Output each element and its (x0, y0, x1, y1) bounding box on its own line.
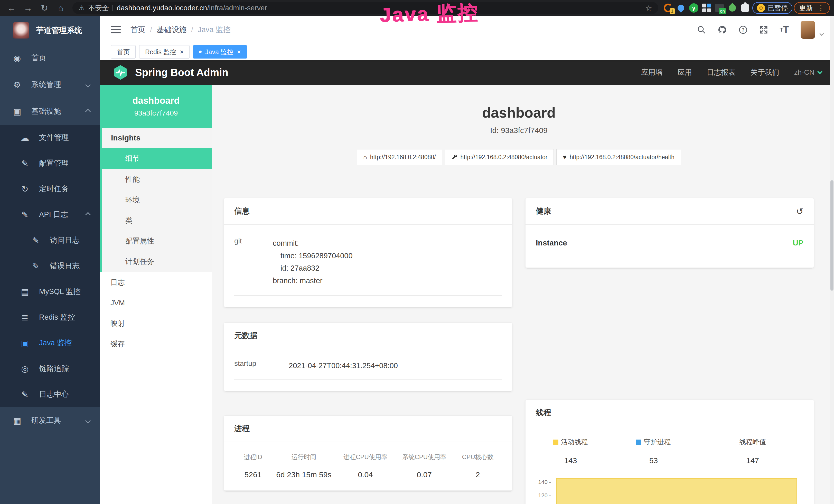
reload-icon[interactable]: ↻ (37, 4, 52, 12)
sidebar-item-scheduled-jobs[interactable]: ↻ 定时任务 (0, 176, 100, 202)
extensions-puzzle-icon[interactable] (740, 2, 751, 14)
sba-menu-classes[interactable]: 类 (102, 210, 212, 231)
app-logo-row[interactable]: 芋道管理系统 (0, 16, 100, 45)
github-icon[interactable] (718, 25, 727, 35)
scrollbar-thumb[interactable] (830, 180, 833, 291)
extension-grid-icon[interactable] (701, 2, 712, 14)
service-url-chip[interactable]: ⌂ http://192.168.0.2:48080/ (357, 149, 442, 165)
sidebar-item-infrastructure[interactable]: ▣ 基础设施 (0, 98, 100, 125)
instance-links: ⌂ http://192.168.0.2:48080/ http://192.1… (224, 149, 814, 165)
tab-home[interactable]: 首页 (111, 45, 136, 59)
sidebar-item-dev-tools[interactable]: ▦ 研发工具 (0, 407, 100, 434)
sidebar-item-api-logs[interactable]: ✎ API 日志 (0, 202, 100, 228)
sba-menu-mappings[interactable]: 映射 (100, 313, 212, 334)
cards-left-column: 信息 git commit: time: 1596289704000 id: 2… (224, 198, 512, 504)
threads-card: 线程 活动线程 守护进程 (525, 399, 814, 504)
search-icon[interactable] (697, 25, 706, 34)
sidebar-item-java-monitor[interactable]: ▣ Java 监控 (0, 330, 100, 356)
instance-header[interactable]: dashboard 93a3fc7f7409 (100, 85, 212, 128)
process-table: 进程ID 运行时间 进程CPU使用率 系统CPU使用率 CPU核心数 5261 … (234, 453, 502, 479)
sidebar-item-label: 研发工具 (31, 415, 61, 426)
legend-yellow-swatch (553, 439, 558, 445)
sba-nav-wallboard[interactable]: 应用墙 (641, 68, 663, 77)
avatar-caret-icon[interactable] (820, 31, 824, 36)
sba-menu-jvm[interactable]: JVM (100, 293, 212, 313)
browser-menu-kebab-icon[interactable]: ⋮ (817, 4, 825, 12)
omnibox-divider (112, 5, 113, 11)
health-url-chip[interactable]: ♥ http://192.168.0.2:48080/actuator/heal… (556, 149, 681, 165)
status-badge: UP (793, 238, 804, 247)
sidebar-item-tracing[interactable]: ◎ 链路追踪 (0, 356, 100, 382)
sidebar-item-error-logs[interactable]: ✎ 错误日志 (0, 253, 100, 279)
sidebar-item-mysql-monitor[interactable]: ▤ MySQL 监控 (0, 279, 100, 304)
forward-icon[interactable]: → (21, 4, 36, 12)
sidebar-item-config-mgmt[interactable]: ✎ 配置管理 (0, 151, 100, 176)
sba-locale-select[interactable]: zh-CN (794, 68, 822, 76)
home-icon: ⌂ (363, 154, 367, 161)
history-icon[interactable]: ↺ (796, 206, 804, 216)
extension-leaf-icon[interactable] (727, 2, 738, 14)
legend-label: 活动线程 (561, 437, 588, 446)
sba-nav-applications[interactable]: 应用 (678, 68, 692, 77)
process-pid-value: 5261 (234, 471, 272, 479)
sba-menu-caches[interactable]: 缓存 (100, 334, 212, 354)
svg-text:?: ? (742, 27, 744, 32)
extension-switch-icon[interactable]: on (714, 2, 725, 14)
sidebar-item-redis-monitor[interactable]: ≣ Redis 监控 (0, 304, 100, 330)
header-actions: ? TT (697, 21, 823, 39)
sidebar-item-label: API 日志 (39, 209, 68, 220)
sba-menu-logs[interactable]: 日志 (100, 272, 212, 293)
bookmark-star-icon[interactable]: ☆ (645, 4, 652, 13)
breadcrumb-home[interactable]: 首页 (130, 25, 146, 35)
extension-colorzilla-icon[interactable]: 1 (662, 2, 674, 14)
chrome-update-button[interactable]: 更新 ⋮ (794, 2, 830, 14)
git-branch-line: branch: master (273, 274, 353, 287)
process-col-header: 运行时间 (272, 453, 336, 461)
sidebar-item-label: 系统管理 (31, 79, 61, 90)
extension-pin-icon[interactable] (675, 2, 686, 14)
sidebar-item-file-mgmt[interactable]: ☁ 文件管理 (0, 125, 100, 151)
threads-card-title: 线程 (526, 400, 814, 426)
tab-java-monitor[interactable]: Java 监控 × (193, 45, 247, 59)
help-icon[interactable]: ? (739, 25, 747, 34)
wrench-icon (451, 154, 458, 160)
sidebar-collapse-icon[interactable] (111, 26, 121, 33)
cards-area: 信息 git commit: time: 1596289704000 id: 2… (224, 198, 814, 504)
sidebar-item-log-center[interactable]: ✎ 日志中心 (0, 382, 100, 407)
info-git-value: commit: time: 1596289704000 id: 27aa832 … (273, 237, 353, 287)
extension-y-icon[interactable]: y (688, 2, 699, 14)
sidebar-item-access-logs[interactable]: ✎ 访问日志 (0, 228, 100, 253)
avatar[interactable] (800, 21, 815, 39)
fullscreen-icon[interactable] (759, 25, 768, 34)
breadcrumb-infrastructure[interactable]: 基础设施 (157, 25, 186, 35)
close-icon[interactable]: × (237, 48, 241, 55)
back-icon[interactable]: ← (4, 4, 19, 12)
stack-icon: ≣ (20, 313, 30, 322)
sba-menu-details[interactable]: 细节 (102, 147, 212, 169)
app-logo-title: 芋道管理系统 (36, 25, 82, 36)
sba-menu-scheduled-tasks[interactable]: 计划任务 (102, 251, 212, 272)
sba-menu-metrics[interactable]: 性能 (102, 169, 212, 190)
health-instance-row: Instance UP (536, 238, 804, 256)
active-tab-dot (199, 51, 202, 53)
process-col-header: CPU核心数 (454, 453, 502, 461)
home-icon[interactable]: ⌂ (53, 4, 68, 12)
info-card-title: 信息 (224, 198, 512, 225)
close-icon[interactable]: × (180, 48, 184, 55)
actuator-url-chip[interactable]: http://192.168.0.2:48080/actuator (445, 149, 554, 165)
sba-menu-config-props[interactable]: 配置属性 (102, 231, 212, 251)
sidebar-item-system-mgmt[interactable]: ⚙ 系统管理 (0, 71, 100, 98)
sba-nav-about[interactable]: 关于我们 (750, 68, 779, 77)
profile-paused-badge[interactable]: ☺ 已暂停 (752, 2, 792, 14)
page-scrollbar[interactable] (830, 16, 834, 504)
log-edit-icon: ✎ (20, 389, 30, 399)
sidebar-item-label: 基础设施 (31, 106, 61, 117)
screen: ← → ↻ ⌂ ⚠ 不安全 dashboard.yudao.iocoder.cn… (0, 0, 834, 504)
sba-menu-environment[interactable]: 环境 (102, 190, 212, 210)
address-bar[interactable]: ⚠ 不安全 dashboard.yudao.iocoder.cn/infra/a… (72, 2, 658, 14)
sidebar-item-home[interactable]: ◉ 首页 (0, 45, 100, 71)
extension-badge: 1 (670, 8, 675, 14)
tab-redis-monitor[interactable]: Redis 监控 × (139, 45, 190, 59)
font-size-icon[interactable]: TT (780, 24, 789, 35)
sba-nav-journal[interactable]: 日志报表 (707, 68, 736, 77)
